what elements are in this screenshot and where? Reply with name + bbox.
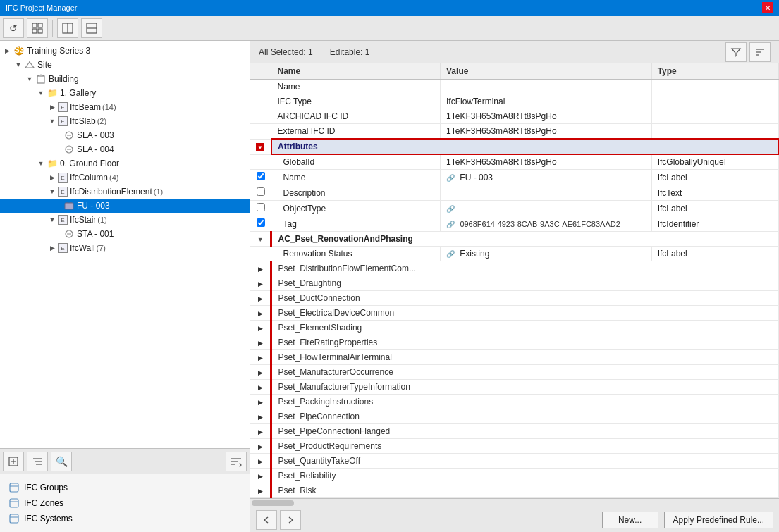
linked-icon-3: 🔗 — [446, 221, 455, 228]
cell-type-desc: IfcText — [651, 185, 778, 201]
tree-item-site[interactable]: ▼ Site — [0, 58, 250, 72]
pset-row-mfgtypeinfo: ▶ Pset_ManufacturerTypeInformation — [250, 380, 778, 395]
svg-rect-11 — [37, 76, 44, 83]
ifc-zones-label: IFC Zones — [24, 498, 63, 508]
tree-item-building[interactable]: ▼ Building — [0, 72, 250, 86]
pset-arrow[interactable]: ▶ — [250, 335, 271, 350]
tree-item-sla003[interactable]: SLA - 003 — [0, 128, 250, 142]
cell-check-tag[interactable] — [250, 216, 271, 232]
tree-item-ifcwall[interactable]: ▶ E IfcWall (7) — [0, 241, 250, 255]
new-button[interactable]: New... — [602, 512, 658, 528]
left-panel: ▶ S3 Training Series 3 ▼ — [0, 41, 250, 532]
building-icon — [35, 73, 47, 85]
ifc-groups-label: IFC Groups — [24, 483, 68, 493]
chevron-right-icon: ▶ — [258, 310, 263, 317]
footer-nav-next[interactable] — [280, 510, 301, 530]
objecttype-checkbox[interactable] — [257, 203, 265, 211]
footer-nav-prev[interactable] — [256, 510, 277, 530]
tree-item-sla004[interactable]: SLA - 004 — [0, 142, 250, 156]
cell-check-name[interactable] — [250, 170, 271, 185]
cell-type-renovation: IfcLabel — [651, 247, 778, 261]
sort-button[interactable] — [226, 452, 247, 471]
close-button[interactable]: ✕ — [762, 2, 773, 13]
cell-name-ifctype: IFC Type — [271, 94, 441, 109]
pset-arrow[interactable]: ▶ — [250, 291, 271, 306]
cell-type-archicadid — [651, 109, 778, 124]
tree-arrow-groundfloor: ▼ — [35, 158, 47, 169]
refresh-button[interactable]: ↺ — [3, 18, 24, 38]
col-header-value[interactable]: Value — [441, 63, 652, 80]
tree-item-ifcdist[interactable]: ▼ E IfcDistributionElement (1) — [0, 185, 250, 199]
filter-button[interactable] — [725, 42, 747, 62]
tree-item-gallery[interactable]: ▼ 📁 1. Gallery — [0, 86, 250, 100]
all-selected-label: All Selected: 1 — [259, 47, 313, 57]
pset-arrow[interactable]: ▶ — [250, 483, 271, 498]
pset-arrow[interactable]: ▶ — [250, 395, 271, 409]
tree-item-ifcbeam[interactable]: ▶ E IfcBeam (14) — [0, 100, 250, 114]
cell-name-archicadid: ARCHICAD IFC ID — [271, 109, 441, 124]
ifc-zones-item[interactable]: IFC Zones — [6, 495, 244, 511]
props-data-table: Name Value Type Name — [250, 63, 779, 498]
apply-predefined-button[interactable]: Apply Predefined Rule... — [664, 512, 773, 528]
chevron-right-icon: ▶ — [258, 369, 263, 376]
pset-arrow[interactable]: ▶ — [250, 321, 271, 335]
split-button[interactable] — [81, 18, 102, 38]
cell-value-globalid: 1TeKF3H653mA8RTt8sPgHo — [441, 154, 652, 170]
pset-arrow[interactable]: ▶ — [250, 424, 271, 439]
view-toggle-button[interactable] — [27, 18, 48, 38]
pset-arrow[interactable]: ▶ — [250, 350, 271, 365]
cell-name-attr-name: Name — [271, 170, 441, 185]
search-button[interactable]: 🔍 — [51, 452, 72, 471]
pset-arrow[interactable]: ▶ — [250, 469, 271, 483]
ifcwall-badge: (7) — [97, 244, 106, 252]
main-toolbar: ↺ — [0, 16, 779, 41]
tree-item-ifcslab[interactable]: ▼ E IfcSlab (2) — [0, 114, 250, 128]
ifcwall-icon: E — [58, 243, 68, 253]
pset-label-mfgtypeinfo: Pset_ManufacturerTypeInformation — [271, 380, 778, 395]
pset-arrow[interactable]: ▶ — [250, 439, 271, 454]
svg-rect-18 — [65, 203, 73, 209]
sla003-icon — [63, 130, 75, 141]
cell-check-objtype[interactable] — [250, 201, 271, 216]
sort-props-button[interactable] — [749, 42, 771, 62]
cell-check-desc[interactable] — [250, 185, 271, 201]
pset-arrow[interactable]: ▶ — [250, 306, 271, 321]
expand-tree-button[interactable] — [27, 452, 48, 471]
tree-item-training[interactable]: ▶ S3 Training Series 3 — [0, 44, 250, 58]
col-header-type[interactable]: Type — [651, 63, 778, 80]
ifccolumn-icon: E — [58, 173, 68, 183]
tree-item-sta001[interactable]: STA - 001 — [0, 227, 250, 241]
tree-item-ifcstair[interactable]: ▼ E IfcStair (1) — [0, 213, 250, 227]
tag-checkbox[interactable] — [257, 218, 265, 227]
description-checkbox[interactable] — [257, 187, 265, 196]
ifc-systems-item[interactable]: IFC Systems — [6, 511, 244, 526]
add-item-button[interactable] — [3, 452, 24, 471]
horizontal-scrollbar[interactable] — [250, 498, 779, 507]
name-checkbox[interactable] — [257, 172, 265, 180]
ifc-systems-label: IFC Systems — [24, 514, 73, 524]
pset-arrow[interactable]: ▶ — [250, 276, 271, 291]
cell-type-ifctype — [651, 94, 778, 109]
cell-arrow-renovation[interactable]: ▼ — [250, 232, 271, 247]
ifc-groups-item[interactable]: IFC Groups — [6, 480, 244, 495]
pset-arrow[interactable]: ▶ — [250, 261, 271, 276]
scrollbar-thumb[interactable] — [252, 500, 294, 506]
pset-row-risk: ▶ Pset_Risk — [250, 483, 778, 498]
tree-item-groundfloor[interactable]: ▼ 📁 0. Ground Floor — [0, 156, 250, 171]
pset-arrow[interactable]: ▶ — [250, 380, 271, 395]
main-container: ↺ — [0, 16, 779, 532]
right-panel: All Selected: 1 Editable: 1 — [250, 41, 779, 532]
attributes-collapse-btn[interactable]: ▼ — [256, 143, 264, 151]
cell-type-attr-name: IfcLabel — [651, 170, 778, 185]
pset-arrow[interactable]: ▶ — [250, 365, 271, 380]
col-header-name[interactable]: Name — [271, 63, 441, 80]
tree-item-fu003[interactable]: FU - 003 — [0, 199, 250, 213]
pset-arrow[interactable]: ▶ — [250, 454, 271, 469]
tree-arrow-building: ▼ — [24, 73, 35, 85]
tree-item-ifccolumn[interactable]: ▶ E IfcColumn (4) — [0, 171, 250, 185]
chevron-right-icon: ▶ — [258, 354, 263, 361]
pset-arrow[interactable]: ▶ — [250, 409, 271, 424]
properties-table[interactable]: Name Value Type Name — [250, 63, 779, 498]
layout-button[interactable] — [57, 18, 78, 38]
linked-icon: 🔗 — [446, 174, 455, 182]
